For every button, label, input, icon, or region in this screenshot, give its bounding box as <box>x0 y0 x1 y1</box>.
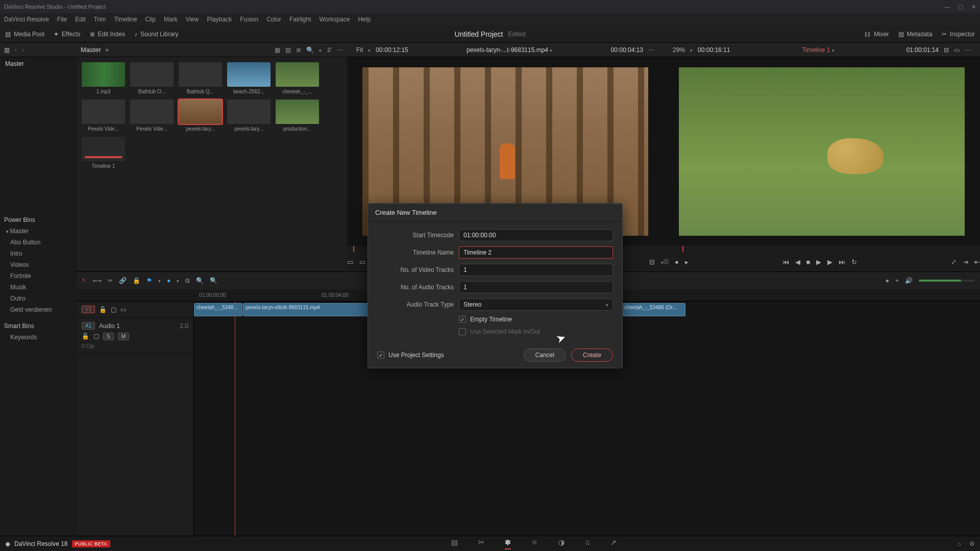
loop-icon[interactable]: ↻ <box>851 258 857 266</box>
selection-tool-icon[interactable]: ↖ <box>82 277 87 284</box>
project-settings-icon[interactable]: ⚙ <box>969 540 975 547</box>
menu-item[interactable]: Mark <box>164 16 178 23</box>
playhead[interactable] <box>235 302 235 536</box>
timeline-canvas[interactable] <box>679 67 965 236</box>
bin-master[interactable]: Master <box>0 57 77 70</box>
gang-icon[interactable]: ⊟ <box>944 46 949 54</box>
audio-tracks-input[interactable] <box>459 281 613 293</box>
timeline-clip[interactable]: cheetah_-_53486 (Or... <box>622 303 685 316</box>
edit-index-toggle[interactable]: ≣ Edit Index <box>90 31 125 38</box>
solo-button[interactable]: S <box>103 333 114 340</box>
prev-clip-icon[interactable]: ⏮ <box>782 258 789 266</box>
zoom-dropdown[interactable]: 29% <box>673 46 685 54</box>
fit-dropdown[interactable]: Fit <box>356 46 363 54</box>
a1-badge[interactable]: A1 <box>82 322 95 330</box>
zoom-out-icon[interactable]: 🔍 <box>196 277 204 284</box>
sound-library-toggle[interactable]: ♪ Sound Library <box>134 31 179 38</box>
media-thumb[interactable]: 1.mp3 <box>82 62 125 94</box>
sidebar-item[interactable]: Abo Button <box>0 237 77 248</box>
empty-timeline-checkbox[interactable] <box>459 316 466 323</box>
fusion-page-icon[interactable]: ⚛ <box>531 538 538 549</box>
media-thumb[interactable]: pexels-tary... <box>179 99 222 132</box>
add-marker-icon[interactable]: ● <box>675 258 679 266</box>
timeline-name-input[interactable] <box>459 246 613 259</box>
timeline-clip[interactable]: cheetah_-_5348... <box>194 303 242 316</box>
menu-item[interactable]: Playback <box>207 16 232 23</box>
audio-track-type-select[interactable]: Stereo <box>459 298 613 311</box>
mark-in-icon[interactable]: ▭ <box>347 258 353 266</box>
media-thumb[interactable]: Bathtub O... <box>130 62 174 94</box>
snap-icon[interactable]: ⧉ <box>185 277 190 284</box>
timeline-name[interactable]: Timeline 1 <box>802 46 830 54</box>
bin-view-icon[interactable]: ▥ <box>4 46 10 54</box>
trim-tool-icon[interactable]: ⟷ <box>93 277 102 284</box>
go-end-icon[interactable]: ⇥ <box>963 258 968 266</box>
mixer-toggle[interactable]: ⫿⫿Mixer <box>865 31 889 38</box>
menu-item[interactable]: Trim <box>94 16 106 23</box>
media-page-icon[interactable]: ▤ <box>451 538 458 549</box>
back-icon[interactable]: ‹ <box>15 46 17 54</box>
audio-track-header[interactable]: A1 Audio 1 2.0 🔓 ▢ S M 0 Clip <box>77 318 193 354</box>
lock-icon[interactable]: 🔓 <box>82 333 89 340</box>
close-icon[interactable]: ✕ <box>971 4 976 10</box>
effects-toggle[interactable]: ✦ Effects <box>54 31 80 38</box>
sidebar-item[interactable]: Musik <box>0 282 77 293</box>
more-icon[interactable] <box>648 46 654 54</box>
mute-button[interactable]: M <box>118 333 129 340</box>
color-page-icon[interactable]: ◑ <box>558 538 565 549</box>
razor-tool-icon[interactable]: ✂ <box>108 277 113 284</box>
search-icon[interactable]: 🔍 <box>306 46 314 54</box>
menu-item[interactable]: Clip <box>145 16 156 23</box>
more-icon[interactable] <box>337 46 343 54</box>
play-icon[interactable]: ▶ <box>816 258 821 266</box>
media-pool-toggle[interactable]: ▤ Media Pool <box>5 31 44 38</box>
chevron-down-icon[interactable] <box>158 277 161 284</box>
list-view-icon[interactable]: ≣ <box>296 46 301 54</box>
v1-badge[interactable]: V1 <box>82 306 95 313</box>
volume-slider[interactable] <box>919 280 975 282</box>
use-project-settings-checkbox[interactable] <box>377 352 384 359</box>
sort-dropdown[interactable] <box>319 46 322 54</box>
mark-out-icon[interactable]: ▭ <box>359 258 365 266</box>
more-icon[interactable] <box>965 46 971 54</box>
forward-icon[interactable]: › <box>22 46 24 54</box>
link-icon[interactable]: 🔗 <box>119 277 127 284</box>
menu-item[interactable]: File <box>57 16 67 23</box>
menu-item[interactable]: View <box>186 16 199 23</box>
next-clip-icon[interactable]: ⏭ <box>839 258 845 266</box>
minimize-icon[interactable]: — <box>944 4 950 10</box>
source-clip-name[interactable]: pexels-taryn-...t-9683115.mp4 <box>467 46 548 54</box>
volume-icon[interactable]: 🔊 <box>905 277 913 284</box>
lock-icon[interactable]: 🔓 <box>99 306 107 313</box>
menu-item[interactable]: DaVinci Resolve <box>4 16 49 23</box>
zoom-slider-thumb[interactable]: ● <box>886 277 889 284</box>
go-start-icon[interactable]: ⇤ <box>974 258 980 266</box>
media-thumb[interactable]: Pexels Vide... <box>82 99 125 132</box>
marker-icon[interactable]: ● <box>167 277 170 284</box>
zoom-in-icon[interactable]: 🔍 <box>210 277 217 284</box>
auto-select-icon[interactable]: ▢ <box>111 306 116 313</box>
metadata-toggle[interactable]: ▤Metadata <box>898 31 933 38</box>
menu-item[interactable]: Workspace <box>320 16 350 23</box>
menu-item[interactable]: Fairlight <box>289 16 311 23</box>
menu-item[interactable]: Edit <box>75 16 86 23</box>
auto-select-icon[interactable]: ▢ <box>93 333 99 340</box>
media-thumb[interactable]: beach-2562... <box>227 62 271 94</box>
chevron-down-icon[interactable] <box>550 46 552 54</box>
media-thumb[interactable]: cheetah_-_... <box>276 62 319 94</box>
home-icon[interactable]: ⌂ <box>958 540 961 547</box>
sidebar-item[interactable]: Fortnite <box>0 270 77 282</box>
cut-page-icon[interactable]: ✂ <box>478 538 484 549</box>
stop-icon[interactable]: ■ <box>806 258 811 266</box>
media-thumb[interactable]: Bathtub Q... <box>179 62 222 94</box>
match-frame-icon[interactable]: ⊟ <box>649 258 655 266</box>
grid-view-icon[interactable]: ▨ <box>285 46 291 54</box>
media-thumb[interactable]: production... <box>276 99 319 132</box>
media-thumb[interactable]: Timeline 1 <box>82 137 125 169</box>
menu-item[interactable]: Color <box>266 16 281 23</box>
video-track-header[interactable]: V1 🔓 ▢ ▭ <box>77 302 193 318</box>
media-thumb[interactable]: pexels-tary... <box>227 99 271 132</box>
fairlight-page-icon[interactable]: ♫ <box>585 538 591 549</box>
step-fwd-icon[interactable]: ▶ <box>827 258 832 266</box>
power-master[interactable]: Master <box>0 226 77 237</box>
